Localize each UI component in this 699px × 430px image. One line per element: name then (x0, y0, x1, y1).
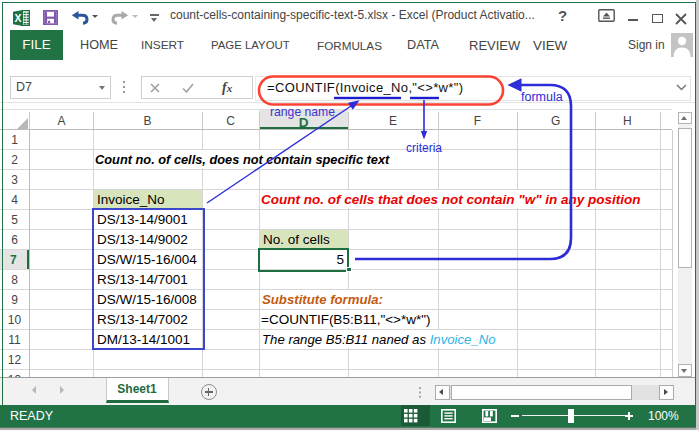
svg-text:range name: range name (270, 105, 335, 119)
svg-text:criteria: criteria (406, 141, 442, 155)
svg-text:formula: formula (521, 90, 563, 104)
